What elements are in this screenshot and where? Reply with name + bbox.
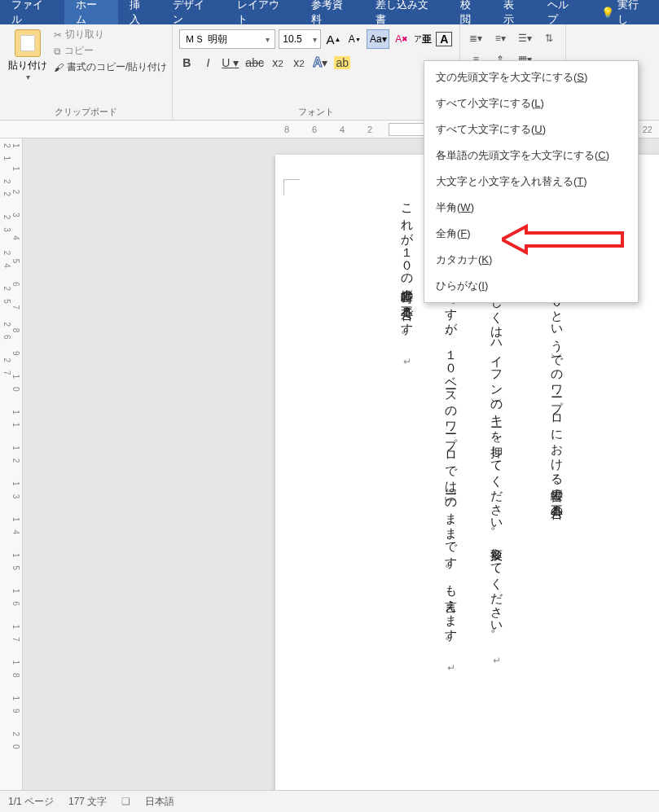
chevron-down-icon: ▾ [313, 35, 317, 44]
subscript-button[interactable]: x2 [270, 56, 285, 69]
tab-help[interactable]: ヘルプ [536, 0, 590, 24]
margin-corner-icon [283, 179, 300, 195]
multilevel-list-button[interactable]: ☰▾ [516, 29, 534, 47]
grow-font-button[interactable]: A▲ [324, 29, 342, 49]
sort-button[interactable]: ⇅ [540, 29, 558, 47]
change-case-button[interactable]: Aa▾ [367, 29, 389, 49]
text-content: これが１０の縦書時の不具合です。 [401, 195, 414, 342]
character-border-button[interactable]: A [435, 29, 453, 49]
font-name-select[interactable]: ＭＳ 明朝 ▾ [179, 29, 275, 49]
shrink-font-button[interactable]: A▼ [345, 29, 363, 49]
return-mark-icon: ↵ [402, 356, 413, 368]
italic-button[interactable]: I [200, 56, 215, 69]
bullets-button[interactable]: ≣▾ [467, 29, 485, 47]
text-line[interactable]: これが１０の縦書時の不具合です。 ↵ [396, 195, 419, 717]
copy-icon: ⧉ [54, 46, 61, 57]
format-painter-label: 書式のコピー/貼り付け [67, 60, 167, 74]
spellcheck-icon[interactable]: ❏ [121, 796, 130, 807]
change-case-dropdown: 文の先頭文字を大文字にする(S) すべて小文字にする(L) すべて大文字にする(… [424, 60, 639, 303]
font-name-value: ＭＳ 明朝 [185, 33, 226, 46]
tab-mailings[interactable]: 差し込み文書 [364, 0, 449, 24]
menu-item-sentence-case[interactable]: 文の先頭文字を大文字にする(S) [424, 64, 638, 90]
tab-view[interactable]: 表示 [492, 0, 535, 24]
status-word-count[interactable]: 177 文字 [68, 795, 107, 809]
underline-button[interactable]: U ▾ [222, 56, 239, 69]
menu-item-lowercase[interactable]: すべて小文字にする(L) [424, 90, 638, 116]
tab-file[interactable]: ファイル [0, 0, 64, 24]
menu-item-uppercase[interactable]: すべて大文字にする(U) [424, 116, 638, 143]
tell-me[interactable]: 💡 実行し [590, 0, 659, 24]
menu-item-half-width[interactable]: 半角(W) [424, 195, 638, 221]
status-bar: 1/1 ページ 177 文字 ❏ 日本語 [0, 790, 659, 812]
tell-me-label: 実行し [617, 0, 648, 27]
lightbulb-icon: 💡 [601, 7, 614, 19]
line-spacing-value: 22 [636, 125, 659, 134]
format-painter-button[interactable]: 🖌 書式のコピー/貼り付け [54, 60, 167, 74]
return-mark-icon: ↵ [491, 655, 503, 667]
tab-review[interactable]: 校閲 [449, 0, 492, 24]
phonetic-guide-button[interactable]: ア亜 [414, 29, 432, 49]
text-effects-button[interactable]: A▾ [313, 55, 328, 70]
status-language[interactable]: 日本語 [145, 795, 174, 809]
tab-home[interactable]: ホーム [64, 0, 118, 24]
paste-icon [15, 29, 41, 57]
ruler-tick: 8 [273, 125, 301, 134]
numbering-button[interactable]: ≡▾ [491, 29, 509, 47]
strikethrough-button[interactable]: abc [245, 56, 264, 69]
highlight-button[interactable]: ab [334, 56, 350, 69]
cut-button[interactable]: ✂ 切り取り [54, 28, 167, 42]
ruler-tick: 2 [356, 125, 384, 134]
copy-button[interactable]: ⧉ コピー [54, 44, 167, 58]
menu-item-katakana[interactable]: カタカナ(K) [424, 247, 638, 273]
clear-formatting-button[interactable]: A✖ [393, 29, 411, 49]
group-clipboard-label: クリップボード [5, 104, 167, 118]
menu-bar: ファイル ホーム 挿入 デザイン レイアウト 参考資料 差し込み文書 校閲 表示… [0, 0, 659, 24]
menu-item-full-width[interactable]: 全角(F) [424, 221, 638, 247]
status-page[interactable]: 1/1 ページ [8, 795, 54, 809]
vertical-ruler[interactable]: 1 1 2 3 4 5 6 7 8 9 10 11 12 13 14 15 16… [0, 138, 23, 790]
paste-label: 貼り付け [8, 59, 47, 72]
return-mark-icon: ↵ [446, 662, 457, 674]
copy-label: コピー [64, 44, 94, 58]
ruler-tick: 4 [328, 125, 356, 134]
tab-design[interactable]: デザイン [161, 0, 226, 24]
tab-references[interactable]: 参考資料 [300, 0, 364, 24]
bold-button[interactable]: B [179, 56, 194, 69]
group-clipboard: 貼り付け ▾ ✂ 切り取り ⧉ コピー 🖌 書式のコピー/貼り付け クリップボー… [0, 24, 173, 120]
menu-item-hiragana[interactable]: ひらがな(I) [424, 273, 638, 299]
group-font-label: フォント [178, 104, 455, 118]
tab-insert[interactable]: 挿入 [118, 0, 161, 24]
menu-item-toggle-case[interactable]: 大文字と小文字を入れ替える(T) [424, 169, 638, 195]
group-font: ＭＳ 明朝 ▾ 10.5 ▾ A▲ A▼ Aa▾ A✖ ア亜 A B I U ▾… [173, 24, 460, 120]
superscript-button[interactable]: x2 [292, 56, 306, 69]
cut-label: 切り取り [65, 28, 104, 42]
tab-layout[interactable]: レイアウト [226, 0, 300, 24]
chevron-down-icon: ▾ [266, 35, 270, 44]
menu-item-capitalize-each-word[interactable]: 各単語の先頭文字を大文字にする(C) [424, 143, 638, 169]
font-size-value: 10.5 [283, 33, 301, 45]
ruler-tick: 6 [301, 125, 328, 134]
paste-button[interactable]: 貼り付け ▾ [5, 28, 51, 104]
brush-icon: 🖌 [54, 62, 64, 73]
chevron-down-icon: ▾ [26, 72, 30, 81]
font-size-select[interactable]: 10.5 ▾ [279, 29, 321, 49]
scissors-icon: ✂ [54, 29, 62, 41]
